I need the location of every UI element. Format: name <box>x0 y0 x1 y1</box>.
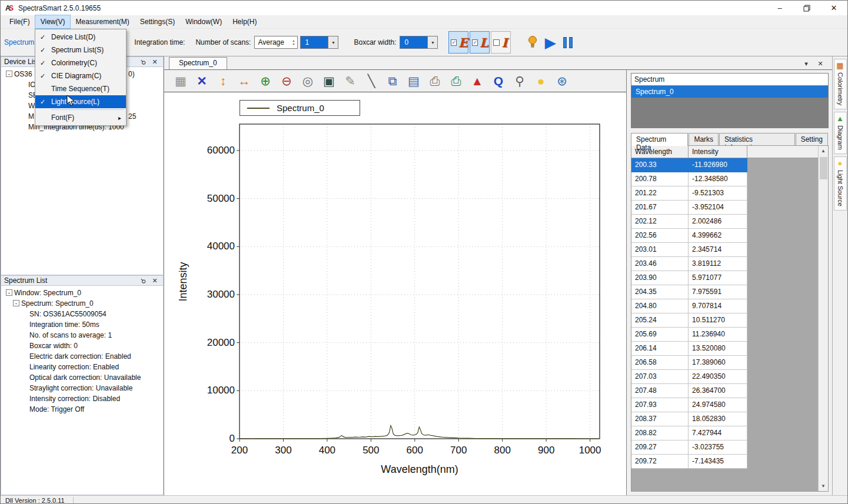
intensity-toggle[interactable]: I <box>491 31 511 54</box>
column-header-intensity[interactable]: Intensity <box>689 146 747 158</box>
side-tab-light-source[interactable]: ●Light Source <box>834 156 847 211</box>
freehand-select-icon[interactable]: ✎ <box>341 72 359 90</box>
table-row[interactable]: 204.809.707814 <box>631 299 828 313</box>
table-row[interactable]: 204.357.975591 <box>631 285 828 299</box>
checkbox-icon[interactable]: ✓ <box>472 39 478 46</box>
spectrum-tree-row[interactable]: SN: OS361AC55009054 <box>1 309 163 319</box>
average-select[interactable]: Average ▴▾ <box>254 36 298 49</box>
data-table-icon[interactable]: ▦ <box>172 72 189 90</box>
table-row[interactable]: 203.905.971077 <box>631 271 828 285</box>
table-row[interactable]: 202.122.002486 <box>631 215 828 229</box>
fit-view-icon[interactable]: ✕ <box>193 72 211 90</box>
menubar-item-settingss[interactable]: Settings(S) <box>135 15 180 28</box>
table-row[interactable]: 202.564.399662 <box>631 229 828 243</box>
screen-capture-icon[interactable]: ▣ <box>320 72 338 90</box>
view-menu-item-ciediagramc[interactable]: ✓CIE Diagram(C) <box>35 69 126 82</box>
save-icon[interactable]: ▤ <box>405 72 423 90</box>
info-tab-setting[interactable]: Setting <box>796 133 828 146</box>
peaks-icon[interactable]: ▲ <box>468 72 486 90</box>
table-row[interactable]: 207.9324.974580 <box>631 398 828 412</box>
line-style-icon[interactable]: ╲ <box>363 72 380 90</box>
view-menu-item-lightsourcel[interactable]: ✓Light Source(L) <box>35 95 126 108</box>
view-menu-item-colorimetryc[interactable]: ✓Colorimetry(C) <box>35 56 126 69</box>
side-tab-diagram[interactable]: ▲Diagram <box>834 112 847 154</box>
close-icon[interactable]: ✕ <box>150 276 159 286</box>
spectrum-tree-row[interactable]: Electric dark correction: Enabled <box>1 351 163 362</box>
spectrum-tree-row[interactable]: -Window: Spectrum_0 <box>1 288 163 298</box>
menubar-item-measurementm[interactable]: Measurement(M) <box>70 15 134 28</box>
zoom-out-icon[interactable]: ⊖ <box>278 72 295 90</box>
table-row[interactable]: 207.0322.490350 <box>631 370 828 384</box>
info-tab-spectrum-data[interactable]: Spectrum Data <box>631 133 688 146</box>
close-icon[interactable]: ✕ <box>150 57 159 67</box>
spectrum-plot[interactable] <box>240 124 600 439</box>
collapse-toggle-icon[interactable]: - <box>6 71 12 77</box>
view-menu-item-fontf[interactable]: Font(F)▸ <box>35 111 126 124</box>
zoom-in-icon[interactable]: ⊕ <box>257 72 274 90</box>
table-row[interactable]: 203.012.345714 <box>631 243 828 257</box>
table-row[interactable]: 205.2410.511270 <box>631 313 828 328</box>
table-row[interactable]: 208.827.427944 <box>631 426 828 440</box>
checkbox-icon[interactable]: ✓ <box>451 39 457 46</box>
play-button[interactable]: ▶ <box>541 32 559 52</box>
view-menu-item-timesequencet[interactable]: Time Sequence(T) <box>35 82 126 95</box>
view-menu-item-devicelistd[interactable]: ✓Device List(D) <box>35 31 126 44</box>
collapse-toggle-icon[interactable]: - <box>6 289 12 296</box>
scroll-down-icon[interactable]: ▼ <box>819 481 829 491</box>
menubar-item-filef[interactable]: File(F) <box>4 15 35 28</box>
info-tab-statistics-information[interactable]: Statistics Information <box>719 133 795 146</box>
spectrum-document-tab[interactable]: Spectrum_0 <box>169 57 227 69</box>
boxcar-input[interactable]: 0 <box>400 36 428 49</box>
collapse-toggle-icon[interactable]: - <box>13 300 19 306</box>
checkbox-icon[interactable] <box>493 39 500 46</box>
table-row[interactable]: 203.463.819112 <box>631 257 828 271</box>
spectrum-tree-row[interactable]: Linearity correction: Enabled <box>1 362 163 372</box>
scans-dropdown-button[interactable]: ▾ <box>328 36 338 49</box>
spectrum-tree-row[interactable]: Boxcar width: 0 <box>1 341 163 351</box>
spectrum-selector-item[interactable]: Spectrum_0 <box>631 86 828 98</box>
table-row[interactable]: 209.72-7.143435 <box>631 455 828 469</box>
spectrum-section-label[interactable]: Spectrum <box>4 38 34 46</box>
view-menu-item-spectrumlists[interactable]: ✓Spectrum List(S) <box>35 44 126 56</box>
restore-button[interactable] <box>793 1 820 15</box>
side-tab-colorimetry[interactable]: ▦Colorimetry <box>834 59 847 109</box>
scroll-up-icon[interactable]: ▲ <box>819 146 829 156</box>
linearity-toggle[interactable]: ✓L <box>470 31 490 54</box>
table-row[interactable]: 201.22-9.521303 <box>631 186 828 201</box>
menubar-item-windoww[interactable]: Window(W) <box>180 15 227 28</box>
scrollbar-thumb[interactable] <box>820 157 827 179</box>
magnifier-icon[interactable]: ⚲ <box>511 72 528 90</box>
tab-list-dropdown-icon[interactable]: ▾ <box>802 59 811 68</box>
table-row[interactable]: 209.27-3.023755 <box>631 440 828 455</box>
table-scrollbar[interactable]: ▲ ▼ <box>818 146 828 491</box>
spectrum-tree-row[interactable]: Intensity correction: Disabled <box>1 393 163 404</box>
boxcar-dropdown-button[interactable]: ▾ <box>428 36 438 49</box>
vertical-scale-icon[interactable]: ↕ <box>214 72 232 90</box>
spectrum-tree-row[interactable]: Mode: Trigger Off <box>1 404 163 415</box>
table-row[interactable]: 201.67-3.952104 <box>631 201 828 215</box>
bulb-icon[interactable]: ● <box>532 72 550 90</box>
close-button[interactable]: ✕ <box>820 1 847 15</box>
table-row[interactable]: 207.4826.364700 <box>631 384 828 398</box>
zoom-window-icon[interactable]: ◎ <box>299 72 317 90</box>
scans-input[interactable]: 1 <box>300 36 328 49</box>
table-row[interactable]: 200.33-11.926980 <box>631 158 828 172</box>
find-peak-icon[interactable]: Q <box>490 72 507 90</box>
lamp-icon[interactable] <box>524 32 541 52</box>
spectrum-tree-row[interactable]: Optical dark correction: Unavailable <box>1 372 163 383</box>
minimize-button[interactable]: – <box>766 1 793 15</box>
spectrum-tree-row[interactable]: Integration time: 50ms <box>1 319 163 330</box>
spectrum-tree-row[interactable]: No. of scans to average: 1 <box>1 330 163 341</box>
copy-icon[interactable]: ⧉ <box>384 72 401 90</box>
info-tab-marks[interactable]: Marks <box>689 133 719 146</box>
horizontal-scale-icon[interactable]: ↔ <box>235 72 253 90</box>
table-row[interactable]: 206.5817.389060 <box>631 356 828 370</box>
close-document-icon[interactable]: ✕ <box>816 59 825 68</box>
spectrum-tree-row[interactable]: Straylight correction: Unavailable <box>1 383 163 393</box>
menubar-item-viewv[interactable]: View(V) <box>35 15 71 28</box>
pause-button[interactable] <box>559 32 577 52</box>
print-preview-icon[interactable]: ⎙ <box>426 72 444 90</box>
table-row[interactable]: 206.1413.520080 <box>631 342 828 356</box>
electric-dark-toggle[interactable]: ✓E <box>448 31 468 54</box>
table-row[interactable]: 200.78-12.348580 <box>631 172 828 186</box>
